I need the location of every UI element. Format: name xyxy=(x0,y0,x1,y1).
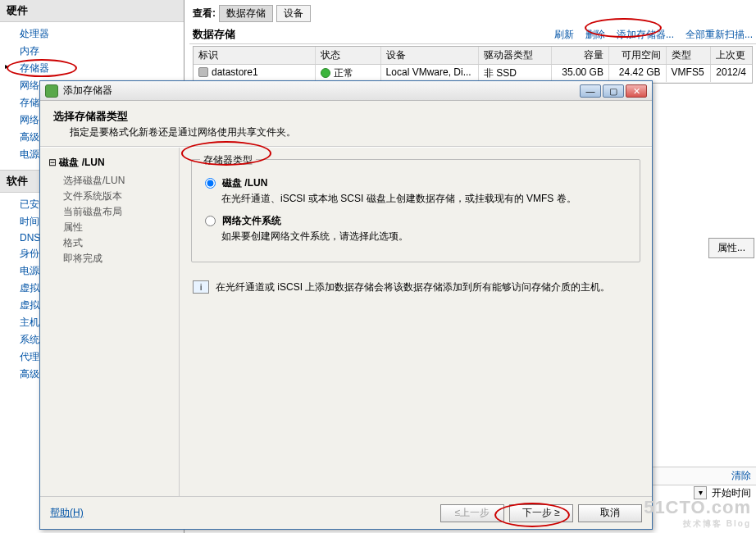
action-add-storage[interactable]: 添加存储器... xyxy=(617,28,674,42)
step-sublist: 选择磁盘/LUN 文件系统版本 当前磁盘布局 属性 格式 即将完成 xyxy=(63,173,172,266)
dialog-step-desc: 指定是要格式化新卷还是通过网络使用共享文件夹。 xyxy=(70,125,639,139)
cell-id: datastore1 xyxy=(212,66,258,78)
datastore-title: 数据存储 xyxy=(193,27,235,42)
radio-disk-lun[interactable] xyxy=(205,178,216,189)
action-refresh[interactable]: 刷新 xyxy=(554,28,574,42)
action-delete[interactable]: 删除 xyxy=(585,28,605,42)
col-device[interactable]: 设备 xyxy=(381,47,479,64)
back-button: ≤上一步 xyxy=(440,504,504,522)
col-drive[interactable]: 驱动器类型 xyxy=(479,47,552,64)
datastore-actions: 刷新 删除 添加存储器... 全部重新扫描... xyxy=(554,28,753,42)
cell-status: 正常 xyxy=(334,67,353,79)
storage-type-group: 存储器类型 磁盘 /LUN 在光纤通道、iSCSI 或本地 SCSI 磁盘上创建… xyxy=(191,159,640,262)
cell-device: Local VMware, Di... xyxy=(381,65,479,82)
radio-row-disk-lun[interactable]: 磁盘 /LUN xyxy=(205,176,630,190)
col-id[interactable]: 标识 xyxy=(194,47,316,64)
radio-disk-lun-label: 磁盘 /LUN xyxy=(222,176,267,190)
dialog-title: 添加存储器 xyxy=(63,84,580,98)
tab-datastore[interactable]: 数据存储 xyxy=(219,5,273,22)
step-fs-version[interactable]: 文件系统版本 xyxy=(63,189,172,204)
dialog-right: 存储器类型 磁盘 /LUN 在光纤通道、iSCSI 或本地 SCSI 磁盘上创建… xyxy=(180,148,652,496)
radio-disk-lun-desc: 在光纤通道、iSCSI 或本地 SCSI 磁盘上创建数据存储，或挂载现有的 VM… xyxy=(221,192,630,206)
start-time-label: 开始时间 xyxy=(712,486,751,500)
hardware-header: 硬件 xyxy=(0,0,184,22)
dialog-body: 磁盘 /LUN 选择磁盘/LUN 文件系统版本 当前磁盘布局 属性 格式 即将完… xyxy=(40,147,652,496)
next-button[interactable]: 下一步 ≥ xyxy=(509,504,573,522)
hint-text: 在光纤通道或 iSCSI 上添加数据存储会将该数据存储添加到所有能够访问存储介质… xyxy=(216,280,610,294)
cell-capacity: 35.00 GB xyxy=(552,65,609,82)
dialog-footer: 帮助(H) ≤上一步 下一步 ≥ 取消 xyxy=(40,496,652,529)
maximize-button[interactable]: ▢ xyxy=(603,84,624,98)
col-status[interactable]: 状态 xyxy=(316,47,381,64)
cancel-button[interactable]: 取消 xyxy=(578,504,642,522)
hw-item-storage[interactable]: 存储器 xyxy=(0,60,184,77)
radio-nfs-desc: 如果要创建网络文件系统，请选择此选项。 xyxy=(221,230,630,244)
step-disk-layout[interactable]: 当前磁盘布局 xyxy=(63,204,172,220)
group-legend: 存储器类型 xyxy=(200,153,256,167)
step-format[interactable]: 格式 xyxy=(63,235,172,251)
expand-icon[interactable]: ▾ xyxy=(694,486,707,499)
hw-item-memory[interactable]: 内存 xyxy=(0,43,184,60)
vsphere-icon xyxy=(45,84,58,98)
hw-item-cpu[interactable]: 处理器 xyxy=(0,25,184,43)
datastore-grid: 标识 状态 设备 驱动器类型 容量 可用空间 类型 上次更 datastore1… xyxy=(193,46,753,84)
step-disk-lun[interactable]: 磁盘 /LUN xyxy=(48,156,172,170)
col-free[interactable]: 可用空间 xyxy=(609,47,667,64)
close-button[interactable]: ✕ xyxy=(626,84,647,98)
wizard-steps: 磁盘 /LUN 选择磁盘/LUN 文件系统版本 当前磁盘布局 属性 格式 即将完… xyxy=(40,148,180,496)
step-select-disk[interactable]: 选择磁盘/LUN xyxy=(63,173,172,189)
col-type[interactable]: 类型 xyxy=(667,47,712,64)
info-icon: i xyxy=(193,280,209,294)
help-link[interactable]: 帮助(H) xyxy=(50,506,84,520)
add-storage-dialog: 添加存储器 — ▢ ✕ 选择存储器类型 指定是要格式化新卷还是通过网络使用共享文… xyxy=(39,80,653,530)
cell-type: VMFS5 xyxy=(667,65,712,82)
grid-header-row: 标识 状态 设备 驱动器类型 容量 可用空间 类型 上次更 xyxy=(194,47,752,65)
action-rescan[interactable]: 全部重新扫描... xyxy=(685,28,753,42)
radio-row-nfs[interactable]: 网络文件系统 xyxy=(205,214,630,228)
step-ready[interactable]: 即将完成 xyxy=(63,251,172,266)
clear-link[interactable]: 清除 xyxy=(731,469,751,483)
cell-free: 24.42 GB xyxy=(609,65,667,82)
dialog-header: 选择存储器类型 指定是要格式化新卷还是通过网络使用共享文件夹。 xyxy=(40,101,652,147)
col-updated[interactable]: 上次更 xyxy=(711,47,752,64)
datastore-header: 数据存储 刷新 删除 添加存储器... 全部重新扫描... xyxy=(189,25,756,44)
tab-device[interactable]: 设备 xyxy=(276,5,311,22)
col-capacity[interactable]: 容量 xyxy=(552,47,609,64)
minimize-button[interactable]: — xyxy=(580,84,601,98)
dialog-titlebar[interactable]: 添加存储器 — ▢ ✕ xyxy=(40,81,652,101)
radio-nfs[interactable] xyxy=(205,216,216,226)
cell-updated: 2012/4 xyxy=(711,65,752,82)
datastore-icon xyxy=(198,67,208,77)
view-label: 查看: xyxy=(193,7,216,20)
hint-row: i 在光纤通道或 iSCSI 上添加数据存储会将该数据存储添加到所有能够访问存储… xyxy=(191,280,640,294)
cell-drive: 非 SSD xyxy=(479,65,552,82)
properties-button[interactable]: 属性... xyxy=(708,238,754,258)
dialog-step-title: 选择存储器类型 xyxy=(53,109,639,124)
radio-nfs-label: 网络文件系统 xyxy=(222,214,281,228)
status-ok-icon xyxy=(321,68,330,78)
step-properties[interactable]: 属性 xyxy=(63,220,172,235)
view-bar: 查看: 数据存储 设备 xyxy=(189,3,756,24)
